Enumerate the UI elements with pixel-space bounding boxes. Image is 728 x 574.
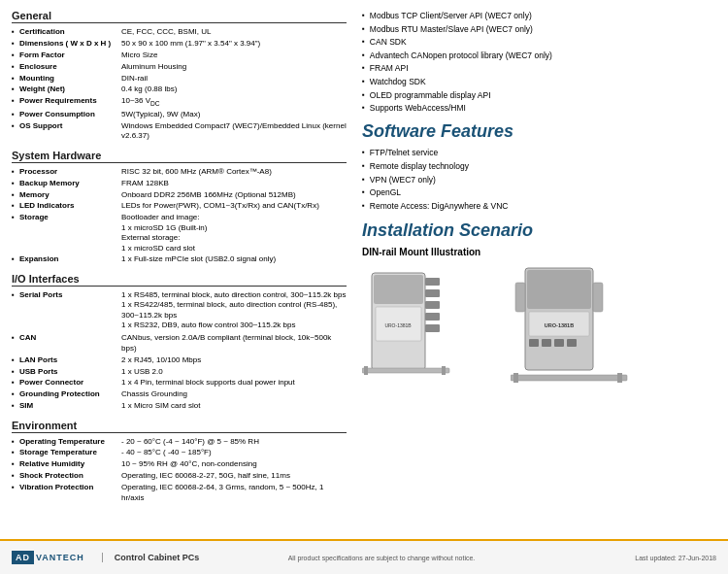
spec-val: 10~36 VDC: [121, 96, 347, 108]
list-item: Modbus RTU Master/Slave API (WEC7 only): [362, 23, 716, 37]
spec-key: Vibration Protection: [19, 483, 121, 492]
list-item-text: Supports WebAccess/HMI: [370, 102, 466, 116]
big-section-title-software: Software Features: [362, 121, 716, 143]
logo-adv-text: AD: [12, 551, 34, 564]
spec-row-sim: ▪ SIM 1 x Micro SIM card slot: [12, 401, 347, 411]
spec-key: Dimensions ( W x D x H ): [19, 39, 121, 49]
main-content: General ▪ Certification CE, FCC, CCC, BS…: [0, 0, 728, 539]
bullet: ▪: [12, 27, 19, 36]
spec-key: Certification: [19, 27, 121, 37]
spec-row-can: ▪ CAN CANbus, version 2.0A/B compliant (…: [12, 333, 347, 354]
list-item-text: CAN SDK: [370, 36, 407, 50]
svg-rect-8: [425, 324, 440, 332]
bullet: ▪: [12, 121, 19, 130]
section-title-general: General: [12, 10, 347, 23]
spec-key: CAN: [19, 333, 121, 343]
spec-key: Serial Ports: [19, 290, 121, 300]
spec-row-vibration: ▪ Vibration Protection Operating, IEC 60…: [12, 483, 347, 503]
spec-val: 1 x RS485, terminal block, auto directio…: [121, 290, 347, 331]
spec-val: 1 x Full-size mPCIe slot (USB2.0 signal …: [121, 254, 347, 264]
list-item-text: Remote display technology: [370, 160, 469, 174]
svg-rect-21: [593, 283, 603, 312]
big-section-title-installation: Installation Scenario: [362, 220, 716, 242]
svg-text:URO-1381B: URO-1381B: [545, 322, 574, 328]
list-item-text: OpenGL: [370, 186, 401, 200]
bullet: ▪: [12, 471, 19, 480]
spec-val: FRAM 128KB: [121, 179, 347, 188]
spec-val: RISC 32 bit, 600 MHz (ARM® Cortex™-A8): [121, 167, 347, 177]
spec-val: Bootloader and image:1 x microSD 1G (Bui…: [121, 213, 347, 253]
svg-rect-16: [529, 339, 539, 347]
bullet: ▪: [12, 96, 19, 105]
footer-date: Last updated: 27-Jun-2018: [635, 555, 716, 561]
bullet: ▪: [12, 213, 19, 221]
spec-val: - 40 ~ 85°C ( -40 ~ 185°F): [121, 448, 347, 457]
list-item: OLED programmable display API: [362, 89, 716, 103]
spec-row-power-req: ▪ Power Requirements 10~36 VDC: [12, 96, 347, 108]
spec-val: CANbus, version 2.0A/B compliant (termin…: [121, 333, 347, 354]
bullet: ▪: [12, 62, 19, 71]
list-item: CAN SDK: [362, 36, 716, 50]
spec-val: Micro Size: [121, 51, 347, 60]
right-column: Modbus TCP Client/Server API (WEC7 only)…: [356, 10, 716, 533]
svg-rect-13: [527, 270, 591, 309]
section-io: I/O Interfaces ▪ Serial Ports 1 x RS485,…: [12, 273, 347, 412]
spec-val: 1 x Micro SIM card slot: [121, 401, 347, 411]
list-item: FRAM API: [362, 62, 716, 76]
svg-rect-18: [554, 339, 564, 347]
list-item-text: Modbus RTU Master/Slave API (WEC7 only): [370, 23, 533, 37]
footer-note: All product specifications are subject t…: [288, 555, 636, 561]
spec-key: LED Indicators: [19, 201, 121, 211]
din-rail-image-left: URO-1381B: [362, 263, 503, 389]
spec-val: Aluminum Housing: [121, 62, 347, 72]
spec-key: Processor: [19, 167, 121, 177]
spec-row-certification: ▪ Certification CE, FCC, CCC, BSMI, UL: [12, 27, 347, 37]
spec-row-stor-temp: ▪ Storage Temperature - 40 ~ 85°C ( -40 …: [12, 448, 347, 457]
spec-val: 50 x 90 x 100 mm (1.97" x 3.54" x 3.94"): [121, 39, 347, 49]
spec-val: CE, FCC, CCC, BSMI, UL: [121, 27, 347, 37]
spec-key: USB Ports: [19, 367, 121, 377]
spec-key: Shock Protection: [19, 471, 121, 481]
spec-row-shock: ▪ Shock Protection Operating, IEC 60068-…: [12, 471, 347, 481]
list-item-text: FRAM API: [370, 62, 409, 76]
spec-val: Operating, IEC 60068-2-64, 3 Grms, rando…: [121, 483, 347, 503]
sub-section-title-din: DIN-rail Mount Illustration: [362, 247, 716, 257]
spec-row-enclosure: ▪ Enclosure Aluminum Housing: [12, 62, 347, 72]
spec-val: - 20 ~ 60°C (-4 ~ 140°F) @ 5 ~ 85% RH: [121, 437, 347, 447]
spec-val: LEDs for Power(PWR), COM1~3(Tx/Rx) and C…: [121, 201, 347, 211]
spec-key: Power Consumption: [19, 110, 121, 119]
spec-key: Storage: [19, 213, 121, 222]
bullet: ▪: [12, 448, 19, 456]
system-hw-spec-table: ▪ Processor RISC 32 bit, 600 MHz (ARM® C…: [12, 167, 347, 265]
svg-rect-7: [425, 313, 440, 321]
spec-key: Power Connector: [19, 378, 121, 388]
svg-rect-4: [425, 278, 440, 286]
spec-key: Backup Memory: [19, 179, 121, 188]
svg-rect-1: [374, 275, 423, 304]
footer: ADVANTECH Control Cabinet PCs All produc…: [0, 539, 728, 574]
bullet: ▪: [12, 167, 19, 176]
svg-rect-6: [425, 301, 440, 309]
bullet: ▪: [12, 401, 19, 410]
bullet: ▪: [12, 51, 19, 59]
bullet: ▪: [12, 254, 19, 263]
bullet: ▪: [12, 39, 19, 48]
left-column: General ▪ Certification CE, FCC, CCC, BS…: [12, 10, 356, 533]
svg-rect-24: [617, 373, 622, 383]
section-title-system-hardware: System Hardware: [12, 150, 347, 163]
bullet: ▪: [12, 179, 19, 187]
spec-key: SIM: [19, 401, 121, 411]
bullet: ▪: [12, 110, 19, 118]
svg-rect-11: [442, 366, 446, 375]
spec-row-os: ▪ OS Support Windows Embedded Compact7 (…: [12, 121, 347, 142]
svg-text:URO-1381B: URO-1381B: [384, 322, 412, 328]
bullet: ▪: [12, 437, 19, 446]
bullet: ▪: [12, 367, 19, 376]
bullet: ▪: [12, 190, 19, 199]
bullet: ▪: [12, 74, 19, 83]
bullet: ▪: [12, 459, 19, 468]
spec-key: LAN Ports: [19, 355, 121, 365]
general-spec-table: ▪ Certification CE, FCC, CCC, BSMI, UL ▪…: [12, 27, 347, 142]
spec-row-expansion: ▪ Expansion 1 x Full-size mPCIe slot (US…: [12, 254, 347, 264]
spec-val: 1 x USB 2.0: [121, 367, 347, 377]
